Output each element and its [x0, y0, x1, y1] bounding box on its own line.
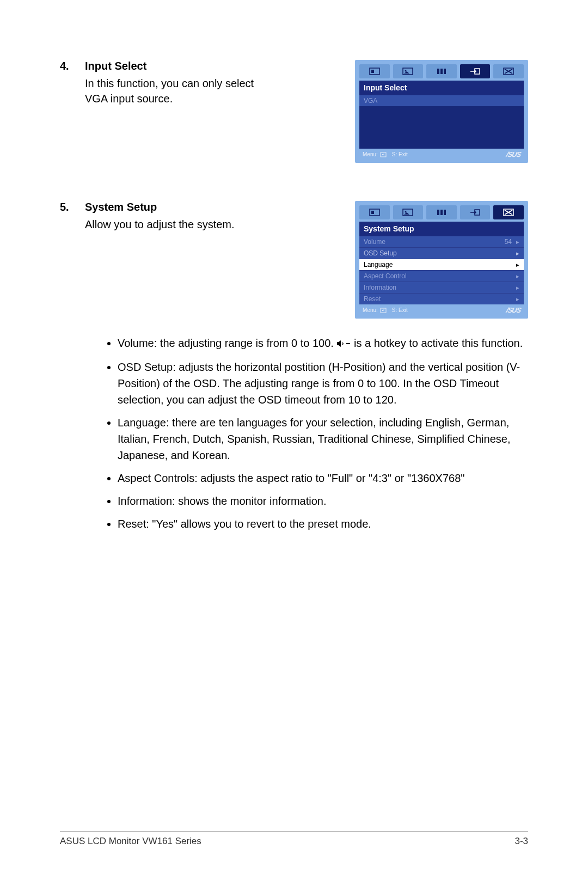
osd-row-vga: VGA: [359, 95, 524, 106]
osd-screenshot-system-setup: System Setup Volume54▸ OSD Setup▸ Langua…: [355, 201, 528, 319]
svg-rect-14: [437, 210, 439, 215]
bullet-language: Language: there are ten languages for yo…: [118, 414, 528, 463]
tab-image-icon: [393, 205, 424, 219]
tab-input-icon: [460, 64, 491, 78]
bullet-information: Information: shows the monitor informati…: [118, 493, 528, 509]
asus-brand: /SUS: [505, 306, 522, 314]
footer-left: ASUS LCD Monitor VW161 Series: [60, 836, 201, 847]
arrow-right-icon: ▸: [516, 273, 519, 280]
svg-rect-20: [346, 343, 350, 344]
tab-splendid-icon: [359, 64, 390, 78]
svg-rect-2: [403, 68, 413, 75]
page-footer: ASUS LCD Monitor VW161 Series 3-3: [60, 831, 528, 847]
osd-row-label: Reset: [364, 295, 516, 303]
section-system-setup: 5. System Setup Allow you to adjust the …: [60, 201, 528, 319]
enter-icon: [380, 152, 387, 157]
enter-icon: [380, 308, 387, 313]
osd-body: System Setup Volume54▸ OSD Setup▸ Langua…: [359, 222, 524, 304]
osd-body: Input Select VGA: [359, 81, 524, 149]
osd-row-label: Language: [364, 261, 516, 268]
osd-tabs: [359, 205, 524, 219]
osd-empty-area: [359, 106, 524, 149]
tab-color-icon: [426, 64, 457, 78]
arrow-right-icon: ▸: [516, 296, 519, 303]
svg-rect-4: [437, 69, 439, 74]
osd-tabs: [359, 64, 524, 78]
osd-screenshot-input-select: Input Select VGA Menu: S: Exit /SUS: [355, 60, 528, 163]
osd-row-label: VGA: [364, 97, 519, 105]
osd-row-label: OSD Setup: [364, 249, 516, 257]
svg-point-3: [405, 70, 407, 72]
section-description: In this function, you can only select VG…: [85, 76, 270, 106]
svg-rect-10: [370, 209, 379, 216]
osd-row-reset: Reset▸: [359, 293, 524, 304]
footer-page-number: 3-3: [514, 836, 528, 847]
svg-rect-15: [440, 210, 443, 215]
svg-rect-6: [444, 69, 446, 74]
bullet-text: is a hotkey to activate this function.: [354, 337, 523, 349]
arrow-right-icon: ▸: [516, 261, 519, 268]
tab-splendid-icon: [359, 205, 390, 219]
bullet-osd-setup: OSD Setup: adjusts the horizontal postit…: [118, 359, 528, 408]
arrow-right-icon: ▸: [516, 284, 519, 291]
svg-rect-16: [444, 210, 446, 215]
svg-rect-1: [371, 70, 374, 73]
osd-row-label: Aspect Control: [364, 272, 516, 280]
bullet-volume: Volume: the adjusting range is from 0 to…: [118, 335, 528, 352]
osd-panel: System Setup Volume54▸ OSD Setup▸ Langua…: [355, 201, 528, 319]
svg-rect-11: [371, 211, 374, 214]
tab-system-icon: [493, 205, 524, 219]
osd-foot-menu: Menu:: [363, 307, 378, 313]
osd-footer: Menu: S: Exit /SUS: [359, 304, 524, 314]
section-heading: Input Select: [85, 60, 355, 72]
osd-foot-menu: Menu:: [363, 151, 378, 157]
volume-down-icon: [336, 336, 351, 352]
tab-image-icon: [393, 64, 424, 78]
osd-row-label: Information: [364, 284, 516, 291]
svg-rect-0: [370, 68, 379, 75]
tab-input-icon: [460, 205, 491, 219]
osd-row-volume: Volume54▸: [359, 236, 524, 247]
section-number: 5.: [60, 201, 85, 213]
document-page: 4. Input Select In this function, you ca…: [0, 0, 588, 886]
osd-row-information: Information▸: [359, 282, 524, 293]
osd-row-aspect-control: Aspect Control▸: [359, 270, 524, 282]
section-body: Input Select In this function, you can o…: [85, 60, 355, 106]
osd-foot-exit: S: Exit: [392, 307, 408, 313]
osd-row-value: 54: [505, 238, 512, 246]
section-heading: System Setup: [85, 201, 355, 213]
osd-foot-exit: S: Exit: [392, 151, 408, 157]
osd-row-language: Language▸: [359, 259, 524, 270]
arrow-right-icon: ▸: [516, 239, 519, 246]
osd-footer: Menu: S: Exit /SUS: [359, 149, 524, 158]
svg-rect-5: [440, 69, 443, 74]
section-body: System Setup Allow you to adjust the sys…: [85, 201, 355, 232]
section-input-select: 4. Input Select In this function, you ca…: [60, 60, 528, 163]
tab-system-icon: [493, 64, 524, 78]
svg-point-13: [405, 211, 407, 213]
bullet-list: Volume: the adjusting range is from 0 to…: [60, 335, 528, 532]
arrow-right-icon: ▸: [516, 250, 519, 257]
section-description: Allow you to adjust the system.: [85, 217, 270, 232]
osd-title: Input Select: [359, 81, 524, 95]
svg-rect-12: [403, 209, 413, 216]
tab-color-icon: [426, 205, 457, 219]
bullet-aspect-controls: Aspect Controls: adjusts the aspect rati…: [118, 470, 528, 486]
section-number: 4.: [60, 60, 85, 72]
osd-title: System Setup: [359, 222, 524, 236]
osd-row-osd-setup: OSD Setup▸: [359, 247, 524, 259]
osd-panel: Input Select VGA Menu: S: Exit /SUS: [355, 60, 528, 163]
asus-brand: /SUS: [505, 150, 522, 158]
bullet-reset: Reset: "Yes" allows you to revert to the…: [118, 516, 528, 532]
osd-row-label: Volume: [364, 238, 505, 246]
bullet-text: Volume: the adjusting range is from 0 to…: [118, 337, 336, 349]
